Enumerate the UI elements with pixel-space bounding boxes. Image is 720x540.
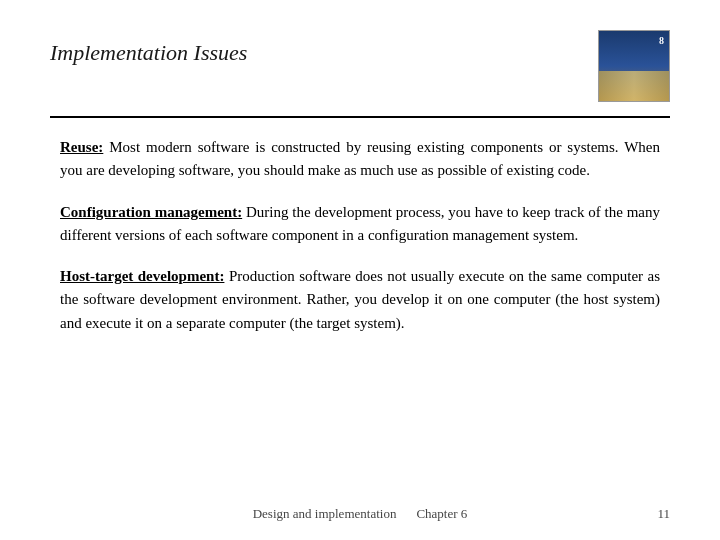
slide-container: Implementation Issues 8 Reuse: Most mode… [0,0,720,540]
host-block: Host-target development: Production soft… [60,265,660,335]
title-divider [50,116,670,118]
reuse-term: Reuse: [60,139,103,155]
slide-title: Implementation Issues [50,40,598,66]
book-number: 8 [659,35,664,46]
reuse-text: Most modern software is constructed by r… [60,139,660,178]
footer-center: Design and implementation Chapter 6 [253,506,468,522]
header-area: Implementation Issues 8 [50,30,670,102]
footer-chapter-label: Chapter 6 [416,506,467,522]
config-block: Configuration management: During the dev… [60,201,660,248]
footer-left-text: Design and implementation [253,506,397,522]
book-cover-image: 8 [598,30,670,102]
footer-area: Design and implementation Chapter 6 11 [0,506,720,522]
content-area: Reuse: Most modern software is construct… [50,136,670,335]
config-term: Configuration management: [60,204,242,220]
reuse-block: Reuse: Most modern software is construct… [60,136,660,183]
host-term: Host-target development: [60,268,224,284]
footer-page-number: 11 [657,506,670,522]
